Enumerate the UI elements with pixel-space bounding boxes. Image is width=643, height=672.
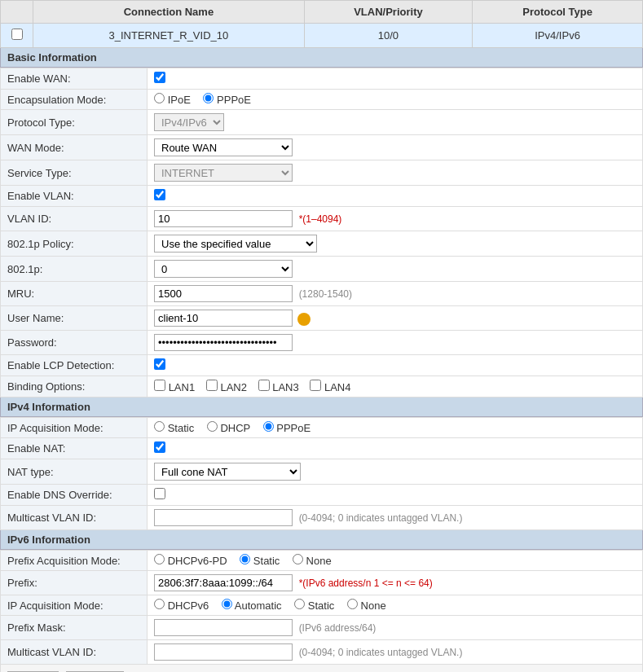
ipv4-acq-radio-group: Static DHCP PPPoE [154, 422, 320, 434]
ipv6-automatic-radio[interactable] [222, 599, 232, 609]
prefix-static-radio[interactable] [240, 554, 250, 564]
ipv6-static-text: Static [308, 600, 335, 612]
wan-mode-select[interactable]: Route WAN [154, 138, 293, 156]
ipv4-dhcp-label[interactable]: DHCP [207, 422, 253, 434]
protocol-type-select[interactable]: IPv4/IPv6 [154, 113, 224, 131]
p8021-select[interactable]: 0 [154, 260, 293, 278]
ipv4-multicast-input[interactable] [154, 509, 293, 526]
basic-info-table: Enable WAN: Encapsulation Mode: IPoE PPP… [0, 68, 643, 397]
encap-radio-group: IPoE PPPoE [154, 94, 261, 106]
enable-nat-row: Enable NAT: [1, 438, 643, 459]
ipv6-none-radio[interactable] [347, 599, 358, 609]
wan-mode-row: WAN Mode: Route WAN [1, 135, 643, 160]
ipv6-static-radio[interactable] [294, 599, 305, 609]
vlan-id-input[interactable] [154, 210, 293, 227]
prefix-acq-radio-group: DHCPv6-PD Static None [154, 555, 341, 567]
dhcpv6-label[interactable]: DHCPv6 [154, 600, 212, 612]
dhcpv6-radio[interactable] [154, 599, 165, 609]
password-row: Password: [1, 331, 643, 355]
encap-pppoe-label[interactable]: PPPoE [203, 94, 251, 106]
lan4-text: LAN4 [324, 381, 351, 393]
vlan-id-hint: *(1–4094) [299, 213, 342, 225]
encap-ipoe-label[interactable]: IPoE [154, 94, 193, 106]
nat-type-select[interactable]: Full cone NAT [154, 463, 301, 481]
ipv6-acq-label: IP Acquisition Mode: [1, 595, 148, 616]
service-type-select[interactable]: INTERNET [154, 164, 293, 182]
enable-nat-checkbox[interactable] [154, 441, 165, 453]
policy-label: 802.1p Policy: [1, 231, 148, 257]
ipv4-dhcp-radio[interactable] [207, 421, 218, 432]
ipv4-pppoe-radio[interactable] [263, 421, 274, 432]
wan-mode-label: WAN Mode: [1, 135, 148, 160]
policy-select[interactable]: Use the specified value [154, 235, 317, 253]
ipv4-static-radio[interactable] [154, 421, 165, 432]
lan4-checkbox[interactable] [310, 380, 321, 391]
ipv6-acq-value: DHCPv6 Automatic Static None [148, 595, 643, 616]
encap-ipoe-radio[interactable] [154, 93, 165, 103]
dns-override-value [148, 485, 643, 506]
basic-info-section-header: Basic Information [0, 48, 643, 68]
lan2-checkbox[interactable] [206, 380, 218, 391]
vlan-id-value: *(1–4094) [148, 207, 643, 231]
prefix-mask-row: Prefix Mask: (IPv6 address/64) [1, 616, 643, 640]
ipv4-multicast-value: (0-4094; 0 indicates untagged VLAN.) [148, 506, 643, 530]
mru-input[interactable] [154, 285, 293, 302]
username-label: User Name: [1, 306, 148, 331]
password-value [148, 331, 643, 355]
row-vlan-cell: 10/0 [304, 24, 472, 48]
p8021-value: 0 [148, 257, 643, 282]
enable-nat-value [148, 438, 643, 459]
encap-pppoe-radio[interactable] [203, 93, 214, 103]
lan2-label[interactable]: LAN2 [206, 381, 250, 393]
encap-mode-row: Encapsulation Mode: IPoE PPPoE [1, 90, 643, 110]
button-row: Apply Cancel [0, 665, 643, 672]
prefix-none-radio[interactable] [293, 554, 303, 564]
ipv6-acq-radio-group: DHCPv6 Automatic Static None [154, 600, 396, 612]
binding-checkbox-group: LAN1 LAN2 LAN3 LAN4 [154, 381, 359, 393]
lan1-text: LAN1 [169, 381, 196, 393]
lan1-label[interactable]: LAN1 [154, 381, 198, 393]
prefix-none-text: None [306, 555, 332, 567]
ipv6-multicast-input[interactable] [154, 643, 293, 661]
prefix-static-label[interactable]: Static [240, 555, 283, 567]
enable-wan-row: Enable WAN: [1, 68, 643, 90]
ipv6-automatic-label[interactable]: Automatic [222, 600, 284, 612]
show-password-icon[interactable] [297, 313, 310, 326]
ipv6-automatic-text: Automatic [235, 600, 282, 612]
protocol-type-value: IPv4/IPv6 [148, 110, 643, 135]
ipv6-static-label[interactable]: Static [294, 600, 337, 612]
mru-label: MRU: [1, 282, 148, 306]
connection-header-table: Connection Name VLAN/Priority Protocol T… [0, 0, 643, 48]
dhcpv6pd-text: DHCPv6-PD [168, 555, 227, 567]
dns-override-checkbox[interactable] [154, 488, 165, 499]
dns-override-row: Enable DNS Override: [1, 485, 643, 506]
ipv4-pppoe-label[interactable]: PPPoE [263, 422, 311, 434]
ipv4-pppoe-text: PPPoE [276, 422, 310, 434]
ipv4-static-label[interactable]: Static [154, 422, 197, 434]
enable-vlan-label: Enable VLAN: [1, 186, 148, 207]
dhcpv6pd-radio[interactable] [154, 554, 165, 564]
lcp-checkbox[interactable] [154, 358, 165, 370]
password-label: Password: [1, 331, 148, 355]
lan3-label[interactable]: LAN3 [258, 381, 302, 393]
ipv6-none-label[interactable]: None [347, 600, 386, 612]
ipv4-acq-value: Static DHCP PPPoE [148, 418, 643, 438]
prefix-mask-input[interactable] [154, 619, 293, 636]
password-input[interactable] [154, 334, 293, 351]
prefix-acq-value: DHCPv6-PD Static None [148, 551, 643, 571]
enable-wan-label: Enable WAN: [1, 68, 148, 90]
enable-wan-checkbox[interactable] [154, 72, 165, 83]
dhcpv6-text: DHCPv6 [168, 600, 209, 612]
lan1-checkbox[interactable] [154, 380, 165, 391]
dhcpv6pd-label[interactable]: DHCPv6-PD [154, 555, 230, 567]
prefix-input[interactable] [154, 574, 293, 591]
lan4-label[interactable]: LAN4 [310, 381, 350, 393]
prefix-hint: *(IPv6 address/n 1 <= n <= 64) [299, 578, 433, 589]
lcp-label: Enable LCP Detection: [1, 355, 148, 376]
username-input[interactable] [154, 310, 293, 327]
enable-vlan-checkbox[interactable] [154, 189, 165, 200]
prefix-row: Prefix: *(IPv6 address/n 1 <= n <= 64) [1, 571, 643, 595]
lan3-checkbox[interactable] [258, 380, 270, 391]
row-select-checkbox[interactable] [11, 29, 23, 40]
prefix-none-label[interactable]: None [293, 555, 332, 567]
